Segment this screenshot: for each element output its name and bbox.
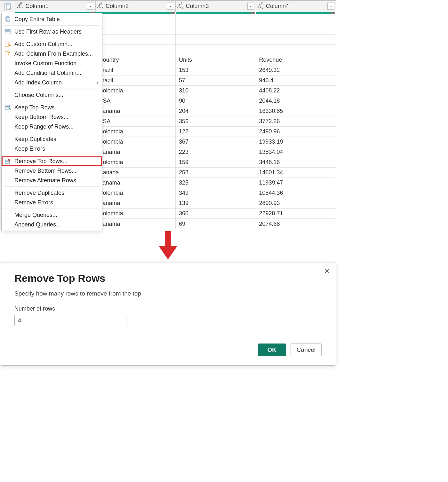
table-cell[interactable]: 310 bbox=[176, 86, 256, 96]
table-cell[interactable]: 69 bbox=[176, 219, 256, 229]
filter-dropdown-icon[interactable]: ▾ bbox=[167, 3, 174, 10]
table-cell[interactable]: 360 bbox=[176, 209, 256, 218]
menu-keep-range-of-rows[interactable]: Keep Range of Rows... bbox=[2, 122, 102, 131]
table-cell[interactable]: Colombia bbox=[96, 137, 176, 147]
table-cell[interactable] bbox=[96, 14, 176, 24]
table-cell[interactable]: 153 bbox=[176, 65, 256, 75]
column-header-2[interactable]: ABC Column2 ▾ bbox=[96, 1, 176, 12]
table-cell[interactable]: Colombia bbox=[96, 127, 176, 137]
menu-add-conditional-column[interactable]: Add Conditional Column... bbox=[2, 68, 102, 78]
table-cell[interactable]: 258 bbox=[176, 168, 256, 178]
menu-remove-duplicates[interactable]: Remove Duplicates bbox=[2, 188, 102, 198]
table-cell[interactable]: 57 bbox=[176, 75, 256, 85]
table-cell[interactable]: 204 bbox=[176, 106, 256, 116]
table-cell[interactable]: 3448.16 bbox=[256, 157, 336, 167]
table-cell[interactable]: 325 bbox=[176, 178, 256, 188]
table-cell[interactable]: 2490.96 bbox=[256, 127, 336, 137]
table-cell[interactable]: 10844.36 bbox=[256, 188, 336, 198]
table-cell[interactable]: 349 bbox=[176, 188, 256, 198]
table-cell[interactable] bbox=[176, 45, 256, 55]
table-cell[interactable]: Colombia bbox=[96, 188, 176, 198]
table-cell[interactable]: USA bbox=[96, 116, 176, 126]
table-cell[interactable]: 4408.22 bbox=[256, 86, 336, 96]
menu-keep-top-rows[interactable]: Keep Top Rows... bbox=[2, 103, 102, 112]
table-cell[interactable]: 139 bbox=[176, 198, 256, 208]
table-cell[interactable]: Revenue bbox=[256, 55, 336, 65]
table-cell[interactable]: 3772.26 bbox=[256, 116, 336, 126]
table-cell[interactable]: 14601.34 bbox=[256, 168, 336, 178]
table-cell[interactable] bbox=[256, 45, 336, 55]
table-cell[interactable]: Panama bbox=[96, 106, 176, 116]
type-text-icon: ABC bbox=[258, 3, 264, 10]
table-cell[interactable]: USA bbox=[96, 96, 176, 106]
menu-remove-bottom-rows[interactable]: Remove Bottom Rows... bbox=[2, 166, 102, 176]
menu-append-queries[interactable]: Append Queries... bbox=[2, 220, 102, 229]
table-cell[interactable]: Units bbox=[176, 55, 256, 65]
menu-add-custom-column[interactable]: Add Custom Column... bbox=[2, 39, 102, 49]
table-cell[interactable]: Brazil bbox=[96, 65, 176, 75]
table-cell[interactable]: 2649.32 bbox=[256, 65, 336, 75]
number-of-rows-input[interactable] bbox=[14, 315, 126, 326]
menu-add-column-from-examples[interactable]: Add Column From Examples... bbox=[2, 49, 102, 59]
menu-merge-queries[interactable]: Merge Queries... bbox=[2, 210, 102, 220]
menu-choose-columns[interactable]: Choose Columns... bbox=[2, 90, 102, 100]
table-cell[interactable] bbox=[176, 35, 256, 44]
table-cell[interactable]: 122 bbox=[176, 127, 256, 137]
table-cell[interactable] bbox=[256, 24, 336, 34]
table-cell[interactable]: 2044.18 bbox=[256, 96, 336, 106]
table-cell[interactable]: 13834.04 bbox=[256, 147, 336, 157]
filter-dropdown-icon[interactable]: ▾ bbox=[87, 3, 94, 10]
close-button[interactable] bbox=[324, 267, 330, 276]
table-cell[interactable] bbox=[96, 35, 176, 44]
table-cell[interactable]: Colombia bbox=[96, 157, 176, 167]
table-cell[interactable]: 90 bbox=[176, 96, 256, 106]
table-cell[interactable]: 159 bbox=[176, 157, 256, 167]
table-cell[interactable]: 356 bbox=[176, 116, 256, 126]
filter-dropdown-icon[interactable]: ▾ bbox=[327, 3, 334, 10]
menu-invoke-custom-function[interactable]: Invoke Custom Function... bbox=[2, 59, 102, 68]
table-cell[interactable]: 367 bbox=[176, 137, 256, 147]
table-menu-button[interactable] bbox=[0, 1, 15, 12]
table-cell[interactable]: 19933.19 bbox=[256, 137, 336, 147]
menu-keep-bottom-rows[interactable]: Keep Bottom Rows... bbox=[2, 112, 102, 122]
table-cell[interactable] bbox=[256, 14, 336, 24]
table-cell[interactable]: Panama bbox=[96, 219, 176, 229]
menu-copy-entire-table[interactable]: Copy Entire Table bbox=[2, 14, 102, 24]
menu-use-first-row-as-headers[interactable]: Use First Row as Headers bbox=[2, 27, 102, 36]
table-cell[interactable]: 2074.68 bbox=[256, 219, 336, 229]
column-header-4[interactable]: ABC Column4 ▾ bbox=[256, 1, 336, 12]
table-cell[interactable]: Brazil bbox=[96, 75, 176, 85]
table-cell[interactable]: Panama bbox=[96, 147, 176, 157]
table-cell[interactable]: Colombia bbox=[96, 86, 176, 96]
table-cell[interactable]: 223 bbox=[176, 147, 256, 157]
cancel-button[interactable]: Cancel bbox=[291, 344, 322, 356]
table-cell[interactable]: Colombia bbox=[96, 209, 176, 218]
table-cell[interactable]: 11939.47 bbox=[256, 178, 336, 188]
table-cell[interactable]: Panama bbox=[96, 198, 176, 208]
table-cell[interactable]: 16330.85 bbox=[256, 106, 336, 116]
menu-add-index-column[interactable]: Add Index Column ▸ bbox=[2, 78, 102, 87]
column-header-1[interactable]: ABC Column1 ▾ bbox=[15, 1, 96, 12]
column-name: Column3 bbox=[186, 3, 209, 10]
column-header-3[interactable]: ABC Column3 ▾ bbox=[176, 1, 256, 12]
table-cell[interactable] bbox=[176, 24, 256, 34]
table-cell[interactable] bbox=[256, 35, 336, 44]
table-cell[interactable]: Country bbox=[96, 55, 176, 65]
table-cell[interactable] bbox=[96, 45, 176, 55]
menu-remove-alternate-rows[interactable]: Remove Alternate Rows... bbox=[2, 176, 102, 185]
table-cell[interactable]: 940.4 bbox=[256, 75, 336, 85]
table-cell[interactable]: 2890.93 bbox=[256, 198, 336, 208]
menu-label: Remove Alternate Rows... bbox=[14, 177, 81, 184]
menu-keep-duplicates[interactable]: Keep Duplicates bbox=[2, 134, 102, 144]
menu-keep-errors[interactable]: Keep Errors bbox=[2, 144, 102, 154]
table-cell[interactable] bbox=[176, 14, 256, 24]
table-cell[interactable] bbox=[96, 24, 176, 34]
table-cell[interactable]: Panama bbox=[96, 178, 176, 188]
menu-remove-top-rows[interactable]: Remove Top Rows... bbox=[2, 156, 102, 166]
ok-button[interactable]: OK bbox=[258, 344, 286, 356]
menu-remove-errors[interactable]: Remove Errors bbox=[2, 198, 102, 207]
menu-label: Keep Top Rows... bbox=[14, 104, 60, 111]
table-cell[interactable]: Canada bbox=[96, 168, 176, 178]
table-cell[interactable]: 22928.71 bbox=[256, 209, 336, 218]
filter-dropdown-icon[interactable]: ▾ bbox=[247, 3, 254, 10]
